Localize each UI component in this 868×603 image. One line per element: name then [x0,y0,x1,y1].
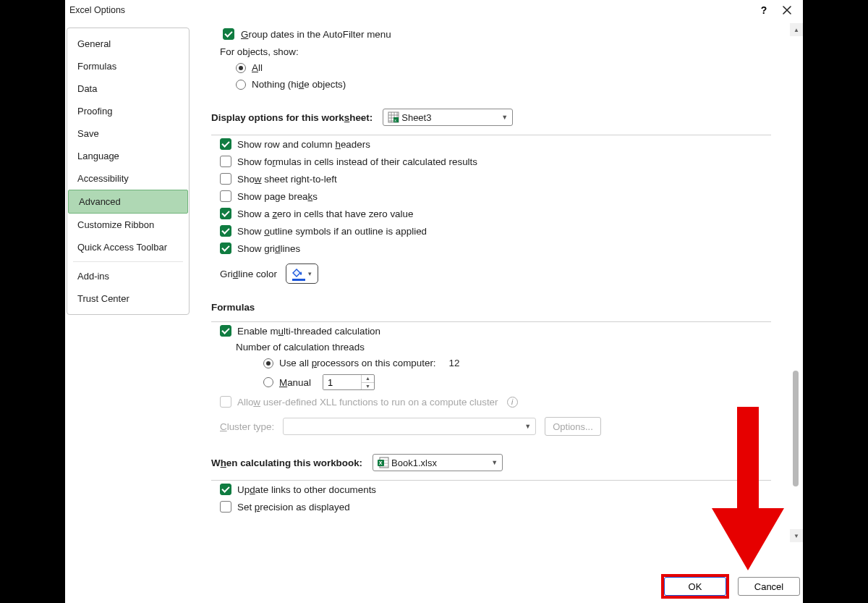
sidebar-item-language[interactable]: Language [67,145,189,167]
cluster-label: Cluster type: [220,421,274,432]
gridline-color-button[interactable]: ▾ [286,263,318,284]
sidebar-item-add-ins[interactable]: Add-ins [67,265,189,287]
workbook-select[interactable]: X Book1.xlsx ▼ [373,454,503,471]
close-icon[interactable] [775,1,799,19]
group-dates-checkbox[interactable] [223,28,234,40]
worksheet-heading: Display options for this worksheet: [211,112,373,123]
multithreaded-label: Enable multi-threaded calculation [237,326,380,337]
sidebar-item-proofing[interactable]: Proofing [67,100,189,122]
precision-checkbox[interactable] [220,501,231,513]
dialog-footer: OK Cancel [65,574,803,603]
row-col-headers-checkbox[interactable] [220,138,231,150]
chevron-down-icon: ▼ [491,459,498,466]
all-processors-label: Use all processors on this computer: [279,358,436,368]
sidebar-item-trust-center[interactable]: Trust Center [67,287,189,310]
formulas-heading: Formulas [211,302,255,313]
spinner-up-icon[interactable]: ▲ [362,375,374,383]
manual-threads-spinner[interactable]: ▲▼ [323,374,375,390]
sidebar-item-formulas[interactable]: Formulas [67,55,189,77]
sidebar-item-customize-ribbon[interactable]: Customize Ribbon [67,214,189,236]
outline-checkbox[interactable] [220,225,231,237]
vertical-scrollbar[interactable]: ▲ ▼ [790,20,803,574]
precision-label: Set precision as displayed [237,502,350,513]
cancel-button[interactable]: Cancel [738,577,800,596]
excel-file-icon: X [378,457,389,468]
sidebar-item-advanced[interactable]: Advanced [68,190,188,214]
threads-label: Number of calculation threads [236,340,771,355]
chevron-down-icon: ▼ [501,114,508,121]
ok-button[interactable]: OK [664,577,726,596]
sidebar-item-quick-access-toolbar[interactable]: Quick Access Toolbar [67,236,189,258]
dialog-title: Excel Options [69,5,125,15]
update-links-label: Update links to other documents [237,484,376,495]
spinner-down-icon[interactable]: ▼ [362,383,374,390]
svg-text:x: x [394,118,396,122]
xll-label: Allow user-defined XLL functions to run … [237,397,498,408]
scroll-up-icon[interactable]: ▲ [790,23,803,36]
help-icon[interactable]: ? [752,1,775,19]
info-icon[interactable]: i [507,397,518,408]
workbook-heading: When calculating this workbook: [211,457,362,468]
page-breaks-checkbox[interactable] [220,190,231,202]
gridlines-label: Show gridlines [237,243,300,254]
scrollbar-thumb[interactable] [793,371,799,486]
zeros-label: Show a zero in cells that have zero valu… [237,208,413,219]
manual-label: Manual [279,377,311,388]
cluster-options-button: Options... [545,417,601,436]
worksheet-icon: x [388,111,399,123]
update-links-checkbox[interactable] [220,484,231,495]
xll-checkbox [220,396,231,408]
sidebar-separator [73,261,183,262]
cluster-select: ▼ [283,418,536,435]
fill-color-icon [292,269,305,279]
settings-content: Group dates in the AutoFilter menu For o… [190,20,790,574]
zeros-checkbox[interactable] [220,208,231,219]
chevron-down-icon: ▼ [524,423,531,430]
manual-threads-input[interactable] [323,375,361,389]
group-dates-label: Group dates in the AutoFilter menu [241,29,391,40]
sidebar-item-general[interactable]: General [67,33,189,55]
gridlines-checkbox[interactable] [220,243,231,254]
show-formulas-checkbox[interactable] [220,156,231,167]
scroll-down-icon[interactable]: ▼ [790,529,803,542]
objects-all-radio[interactable] [236,63,246,73]
processors-count: 12 [449,358,460,368]
objects-label: For objects, show: [220,44,771,59]
objects-nothing-radio[interactable] [236,80,246,90]
svg-text:X: X [379,460,383,465]
all-processors-radio[interactable] [263,358,273,368]
worksheet-select[interactable]: x Sheet3 ▼ [383,109,513,126]
row-col-headers-label: Show row and column headers [237,139,370,150]
chevron-down-icon: ▾ [308,270,312,277]
rtl-checkbox[interactable] [220,173,231,185]
excel-options-dialog: Excel Options ? General Formulas Data Pr… [65,0,803,603]
ok-highlight: OK [661,574,729,599]
titlebar: Excel Options ? [65,0,803,20]
manual-radio[interactable] [263,377,273,387]
options-sidebar: General Formulas Data Proofing Save Lang… [67,28,190,315]
objects-nothing-label: Nothing (hide objects) [252,79,346,90]
show-formulas-label: Show formulas in cells instead of their … [237,156,477,167]
gridline-color-label: Gridline color [220,269,277,279]
multithreaded-checkbox[interactable] [220,325,231,337]
objects-all-label: All [252,62,263,73]
page-breaks-label: Show page breaks [237,191,318,202]
sidebar-item-accessibility[interactable]: Accessibility [67,167,189,190]
outline-label: Show outline symbols if an outline is ap… [237,226,427,237]
sidebar-item-save[interactable]: Save [67,122,189,145]
sidebar-item-data[interactable]: Data [67,77,189,100]
rtl-label: Show sheet right-to-left [237,174,337,185]
